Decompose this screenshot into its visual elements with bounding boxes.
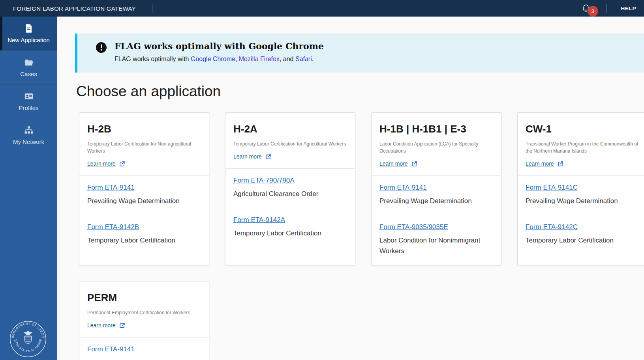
svg-text:DEPARTMENT OF LABOR: DEPARTMENT OF LABOR <box>11 322 45 338</box>
main-content: FLAG works optimally with Google Chrome … <box>57 17 644 360</box>
form-link[interactable]: Form ETA-790/790A <box>233 177 295 185</box>
notification-count-badge: 3 <box>588 6 598 17</box>
sidebar-item-my-network[interactable]: My Network <box>0 118 57 152</box>
seal-eagle <box>24 331 33 336</box>
card-title: CW-1 <box>526 123 639 135</box>
form-section: Form ETA-790/790A Agricultural Clearance… <box>225 168 355 208</box>
form-description: Agricultural Clearance Order <box>233 189 347 199</box>
form-section: Form ETA-9142C Temporary Labor Certifica… <box>518 215 644 254</box>
form-link[interactable]: Form ETA-9142A <box>233 216 285 224</box>
application-card: H-1B | H-1B1 | E-3 Labor Condition Appli… <box>371 112 501 265</box>
alert-text: , <box>235 56 239 62</box>
form-description: Prevailing Wage Determination <box>379 196 493 206</box>
learn-more-link[interactable]: Learn more <box>87 160 116 167</box>
seal-top-text: DEPARTMENT OF LABOR <box>11 322 45 338</box>
form-link[interactable]: Form ETA-9141 <box>87 345 135 353</box>
document-icon <box>24 23 34 34</box>
form-section: Form ETA-9142A Temporary Labor Certifica… <box>225 208 355 247</box>
id-card-icon <box>24 91 34 101</box>
alert-body: FLAG works optimally with Google Chrome,… <box>115 56 632 63</box>
sidebar: New Application Cases Profi <box>0 17 57 360</box>
card-description: Transitional Worker Program in the Commo… <box>526 140 639 155</box>
sidebar-item-label: Cases <box>20 71 37 77</box>
learn-more-link[interactable]: Learn more <box>233 153 262 160</box>
form-section: Form ETA-9141C Prevailing Wage Determina… <box>518 175 644 215</box>
card-title: H-2A <box>233 123 347 135</box>
card-description: Permanent Employment Certification for W… <box>87 309 201 316</box>
application-card: H-2B Temporary Labor Certification for N… <box>79 112 209 265</box>
application-card: PERM Permanent Employment Certification … <box>79 281 209 360</box>
sidebar-item-label: My Network <box>13 138 44 145</box>
learn-more-link[interactable]: Learn more <box>526 160 554 167</box>
topbar-divider <box>152 4 152 13</box>
form-section: Form ETA-9141 Prevailing Wage Determinat… <box>79 337 209 360</box>
application-card: CW-1 Transitional Worker Program in the … <box>517 112 644 265</box>
external-link-icon <box>558 161 563 167</box>
application-card: H-2A Temporary Labor Certification for A… <box>225 112 355 265</box>
sidebar-item-label: Profiles <box>19 104 38 111</box>
form-section: Form ETA-9035/9035E Labor Condition for … <box>372 215 501 265</box>
notifications-button[interactable]: 3 <box>581 3 591 13</box>
card-description: Labor Condition Application (LCA) for Sp… <box>379 140 493 155</box>
card-title: PERM <box>87 292 201 304</box>
form-description: Prevailing Wage Determination <box>87 196 201 206</box>
exclamation-icon <box>96 42 107 53</box>
external-link-icon <box>411 161 417 167</box>
sidebar-item-cases[interactable]: Cases <box>0 50 57 84</box>
external-link-icon <box>119 161 125 167</box>
form-link[interactable]: Form ETA-9035/9035E <box>379 223 448 231</box>
sidebar-item-profiles[interactable]: Profiles <box>0 84 57 118</box>
help-button[interactable]: HELP <box>607 6 644 11</box>
card-description: Temporary Labor Certification for Agricu… <box>233 140 347 147</box>
browser-alert: FLAG works optimally with Google Chrome … <box>75 34 644 73</box>
form-description: Temporary Labor Certification <box>526 235 639 246</box>
form-link[interactable]: Form ETA-9141 <box>87 184 135 192</box>
form-link[interactable]: Form ETA-9142C <box>526 223 578 231</box>
form-description: Prevailing Wage Determination <box>526 196 639 206</box>
form-section: Form ETA-9142B Temporary Labor Certifica… <box>79 215 209 254</box>
form-section: Form ETA-9141 Prevailing Wage Determinat… <box>79 175 209 215</box>
form-description: Temporary Labor Certification <box>233 228 347 239</box>
card-title: H-2B <box>87 123 201 135</box>
alert-title: FLAG works optimally with Google Chrome <box>115 41 632 51</box>
form-section: Form ETA-9141 Prevailing Wage Determinat… <box>372 175 501 215</box>
app-title: FOREIGN LABOR APPLICATION GATEWAY <box>13 5 136 12</box>
card-description: Temporary Labor Certification for Non-ag… <box>87 140 201 155</box>
learn-more-link[interactable]: Learn more <box>87 322 116 328</box>
alert-text: , and <box>280 56 295 62</box>
safari-link[interactable]: Safari <box>295 56 312 62</box>
sidebar-item-new-application[interactable]: New Application <box>0 17 57 50</box>
folder-icon <box>24 57 34 67</box>
page-title: Choose an application <box>76 83 644 100</box>
learn-more-link[interactable]: Learn more <box>379 160 408 167</box>
form-link[interactable]: Form ETA-9142B <box>87 223 139 231</box>
form-description: Prevailing Wage Determination <box>87 358 201 360</box>
external-link-icon <box>265 154 271 160</box>
form-description: Temporary Labor Certification <box>87 235 201 246</box>
top-bar: FOREIGN LABOR APPLICATION GATEWAY 3 HELP <box>0 0 644 17</box>
application-grid: H-2B Temporary Labor Certification for N… <box>79 112 644 360</box>
card-title: H-1B | H-1B1 | E-3 <box>379 123 493 135</box>
sidebar-item-label: New Application <box>8 37 50 43</box>
department-of-labor-seal: DEPARTMENT OF LABOR UNITED STATES OF AME… <box>9 321 47 358</box>
alert-text: . <box>312 56 314 62</box>
form-link[interactable]: Form ETA-9141 <box>379 184 427 192</box>
form-link[interactable]: Form ETA-9141C <box>526 184 578 192</box>
google-chrome-link[interactable]: Google Chrome <box>191 56 235 62</box>
alert-text: FLAG works optimally with <box>115 56 191 62</box>
mozilla-firefox-link[interactable]: Mozilla Firefox <box>239 56 280 62</box>
external-link-icon <box>119 323 125 328</box>
form-description: Labor Condition for Nonimmigrant Workers <box>379 235 493 256</box>
network-icon <box>24 125 34 135</box>
